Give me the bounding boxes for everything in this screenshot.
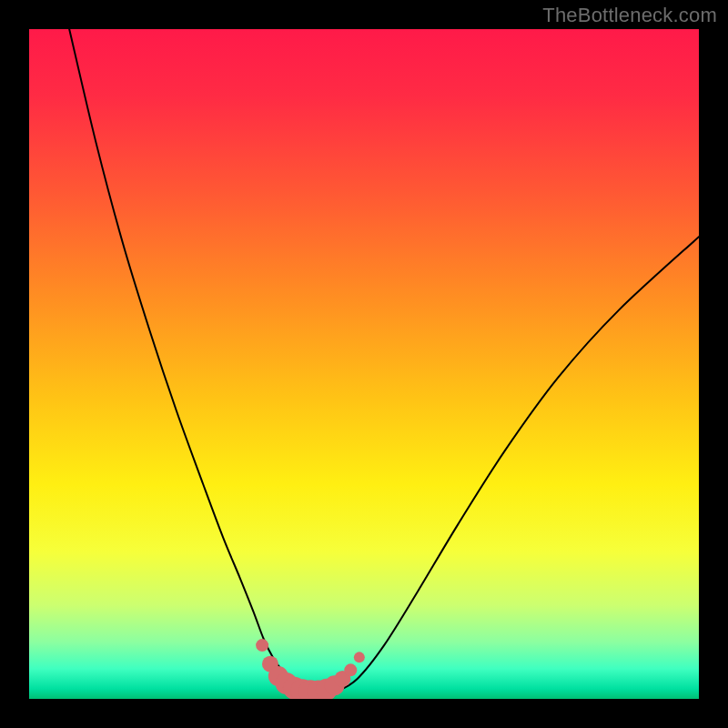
plot-area — [29, 29, 699, 699]
watermark-text: TheBottleneck.com — [542, 4, 717, 27]
highlight-marker — [256, 639, 268, 652]
extra-marker — [354, 652, 365, 662]
outer-frame: TheBottleneck.com — [0, 0, 728, 728]
chart-svg — [29, 29, 699, 699]
highlight-marker — [344, 663, 357, 676]
gradient-background — [29, 29, 699, 699]
